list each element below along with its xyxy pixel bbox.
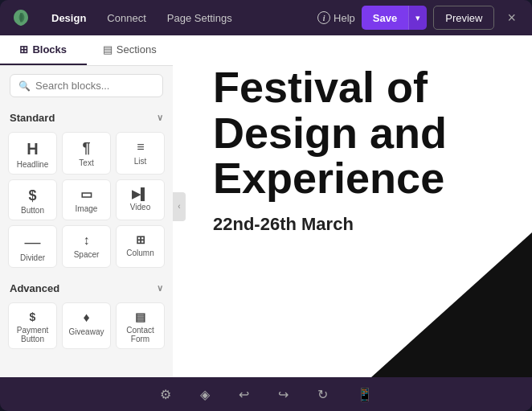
standard-chevron-icon: ∨ [157, 113, 163, 123]
list-label: List [134, 157, 147, 166]
video-icon: ▶▌ [132, 188, 149, 199]
block-item-payment[interactable]: $ Payment Button [8, 302, 57, 349]
help-link[interactable]: i Help [317, 11, 355, 24]
settings-icon: ⚙ [160, 387, 171, 402]
block-item-image[interactable]: ▭ Image [62, 179, 111, 220]
giveaway-label: Giveaway [69, 327, 104, 336]
block-item-divider[interactable]: — Divider [8, 225, 57, 268]
search-input[interactable] [35, 80, 154, 92]
block-item-spacer[interactable]: ↕ Spacer [62, 225, 111, 268]
column-label: Column [126, 249, 153, 257]
advanced-section: Advanced ∨ $ Payment Button ♦ Giveaway [0, 276, 173, 357]
redo-icon: ↪ [278, 387, 289, 402]
divider-label: Divider [20, 253, 45, 262]
standard-section-header: Standard ∨ [0, 105, 173, 129]
undo-icon: ↩ [239, 387, 249, 402]
advanced-block-grid: $ Payment Button ♦ Giveaway ▤ Contact Fo… [0, 299, 173, 357]
button-icon: $ [28, 188, 36, 203]
spacer-icon: ↕ [84, 234, 90, 247]
headline-label: Headline [17, 160, 48, 169]
button-label: Button [21, 206, 44, 215]
topbar: Design Connect Page Settings i Help Save… [0, 0, 532, 35]
standard-section-label: Standard [10, 112, 55, 124]
undo-button[interactable]: ↩ [234, 384, 254, 405]
block-item-contact-form[interactable]: ▤ Contact Form [116, 302, 165, 349]
help-label: Help [334, 12, 355, 24]
tab-sections[interactable]: ▤ Sections [87, 35, 174, 65]
main-content: ⊞ Blocks ▤ Sections 🔍 Standard [0, 35, 532, 377]
payment-icon: $ [30, 311, 36, 323]
giveaway-icon: ♦ [83, 311, 89, 324]
collapse-icon: ‹ [178, 202, 180, 211]
video-label: Video [130, 203, 150, 212]
divider-icon: — [25, 234, 41, 250]
layers-button[interactable]: ◈ [195, 384, 215, 405]
column-icon: ⊞ [136, 234, 145, 245]
sidebar: ⊞ Blocks ▤ Sections 🔍 Standard [0, 35, 173, 377]
festival-date: 22nd-26th March [213, 214, 503, 235]
close-button[interactable]: × [501, 6, 522, 30]
standard-section: Standard ∨ H Headline ¶ Text [0, 105, 173, 276]
block-item-text[interactable]: ¶ Text [62, 132, 111, 175]
sidebar-tabs: ⊞ Blocks ▤ Sections [0, 35, 173, 66]
sections-tab-icon: ▤ [103, 43, 113, 55]
search-input-wrap: 🔍 [10, 74, 163, 97]
blocks-tab-icon: ⊞ [19, 43, 28, 55]
save-dropdown-button[interactable]: ▾ [408, 6, 427, 30]
tab-sections-label: Sections [117, 43, 157, 55]
preview-button[interactable]: Preview [433, 6, 494, 30]
advanced-chevron-icon: ∨ [157, 283, 163, 294]
mobile-preview-button[interactable]: 📱 [352, 384, 378, 405]
spacer-label: Spacer [74, 250, 100, 259]
text-icon: ¶ [82, 141, 90, 155]
list-icon: ≡ [137, 141, 143, 154]
title-line2: Design and [213, 110, 503, 156]
advanced-section-label: Advanced [10, 282, 59, 294]
title-line1: Festival of [213, 64, 503, 110]
canvas-content: Festival of Design and Experience 22nd-2… [173, 35, 532, 377]
block-item-button[interactable]: $ Button [8, 179, 57, 220]
block-item-list[interactable]: ≡ List [116, 132, 165, 175]
save-button[interactable]: Save [362, 6, 408, 30]
nav-item-design[interactable]: Design [42, 7, 96, 29]
app-window: Design Connect Page Settings i Help Save… [0, 0, 532, 411]
search-icon: 🔍 [18, 80, 31, 92]
search-container: 🔍 [0, 66, 173, 105]
canvas-area: ‹ Festival of Design and Experience 22nd… [173, 35, 532, 377]
tab-blocks[interactable]: ⊞ Blocks [0, 35, 87, 65]
contact-form-label: Contact Form [120, 326, 161, 343]
nav-item-connect[interactable]: Connect [97, 7, 155, 29]
sidebar-collapse-handle[interactable]: ‹ [173, 192, 186, 221]
contact-form-icon: ▤ [135, 311, 145, 323]
topbar-nav: Design Connect Page Settings [42, 7, 311, 29]
redo-button[interactable]: ↪ [273, 384, 293, 405]
save-button-group: Save ▾ [362, 6, 427, 30]
settings-button[interactable]: ⚙ [155, 384, 176, 405]
bottom-toolbar: ⚙ ◈ ↩ ↪ ↻ 📱 [0, 377, 532, 411]
advanced-section-header: Advanced ∨ [0, 276, 173, 299]
block-item-video[interactable]: ▶▌ Video [116, 179, 165, 220]
title-line3: Experience [213, 155, 503, 201]
text-label: Text [79, 158, 93, 167]
topbar-right: i Help Save ▾ Preview × [317, 6, 522, 30]
tab-blocks-label: Blocks [32, 43, 67, 55]
nav-item-page-settings[interactable]: Page Settings [158, 7, 242, 29]
image-icon: ▭ [80, 188, 92, 201]
block-item-column[interactable]: ⊞ Column [116, 225, 165, 268]
standard-block-grid: H Headline ¶ Text ≡ List $ [0, 129, 173, 276]
payment-label: Payment Button [12, 326, 53, 343]
help-icon: i [317, 11, 330, 24]
app-logo-icon [10, 6, 32, 29]
block-item-giveaway[interactable]: ♦ Giveaway [62, 302, 111, 349]
mobile-icon: 📱 [357, 387, 373, 402]
refresh-icon: ↻ [317, 387, 328, 402]
block-item-headline[interactable]: H Headline [8, 132, 57, 175]
refresh-button[interactable]: ↻ [313, 384, 333, 405]
headline-icon: H [27, 141, 38, 157]
layers-icon: ◈ [200, 387, 210, 402]
festival-title: Festival of Design and Experience [213, 64, 503, 201]
image-label: Image [76, 204, 98, 213]
